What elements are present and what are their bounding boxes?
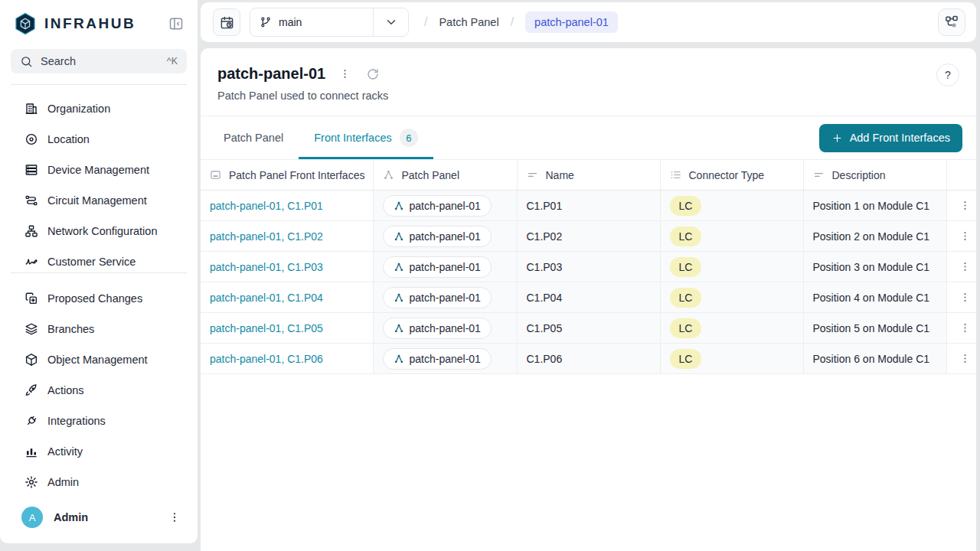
cell-description: Position 4 on Module C1	[803, 282, 946, 313]
route-icon	[24, 194, 38, 207]
connector-type-badge: LC	[670, 288, 702, 308]
sidebar-item-admin[interactable]: Admin	[0, 467, 198, 497]
cell-connector-type: LC	[660, 344, 803, 374]
table-row[interactable]: patch-panel-01, C1.P02 patch-panel-01 C1…	[201, 221, 976, 252]
kebab-menu-icon	[959, 353, 971, 364]
text-icon	[813, 169, 825, 181]
column-header-patch-panel[interactable]: Patch Panel	[373, 160, 517, 191]
sidebar-item-integrations[interactable]: Integrations	[0, 406, 198, 436]
patch-panel-chip[interactable]: patch-panel-01	[383, 318, 492, 339]
help-button[interactable]: ?	[936, 64, 959, 86]
row-menu-button[interactable]	[956, 350, 974, 367]
connector-type-badge: LC	[670, 227, 702, 246]
front-interface-link[interactable]: patch-panel-01, C1.P04	[210, 292, 323, 304]
patch-panel-chip[interactable]: patch-panel-01	[383, 287, 492, 308]
row-menu-button[interactable]	[956, 289, 974, 306]
tab-front-interfaces[interactable]: Front Interfaces 6	[299, 116, 433, 159]
topbar: main / Patch Panel / patch-panel-01	[201, 2, 976, 42]
column-label: Patch Panel	[402, 169, 460, 181]
cell-description: Position 6 on Module C1	[803, 344, 946, 374]
front-interface-link[interactable]: patch-panel-01, C1.P05	[210, 322, 323, 334]
row-menu-button[interactable]	[956, 197, 974, 214]
patch-panel-chip[interactable]: patch-panel-01	[383, 226, 492, 247]
sidebar-item-location[interactable]: Location	[0, 124, 198, 155]
cell-description: Position 3 on Module C1	[803, 252, 946, 282]
sidebar-item-branches[interactable]: Branches	[0, 314, 198, 344]
table-row[interactable]: patch-panel-01, C1.P03 patch-panel-01 C1…	[201, 252, 976, 282]
sidebar: INFRAHUB Search ^K Organization Locatio	[0, 0, 198, 543]
branch-selector[interactable]: main	[250, 8, 409, 37]
table-row[interactable]: patch-panel-01, C1.P05 patch-panel-01 C1…	[201, 313, 976, 344]
cell-connector-type: LC	[660, 252, 803, 282]
column-header-description[interactable]: Description	[803, 160, 946, 191]
front-interface-link[interactable]: patch-panel-01, C1.P06	[210, 353, 323, 365]
column-header-name[interactable]: Name	[517, 160, 660, 191]
patch-panel-chip[interactable]: patch-panel-01	[383, 348, 492, 370]
column-header-front-interfaces[interactable]: Patch Panel Front Interfaces	[201, 160, 373, 191]
collapse-sidebar-button[interactable]	[167, 15, 185, 33]
tab-patch-panel[interactable]: Patch Panel	[208, 116, 299, 159]
sidebar-item-actions[interactable]: Actions	[0, 375, 198, 406]
sidebar-item-label: Network Configuration	[47, 225, 157, 237]
sidebar-item-circuit-management[interactable]: Circuit Management	[0, 185, 198, 216]
relationship-icon	[394, 323, 404, 334]
layers-icon	[24, 322, 38, 336]
user-name: Admin	[54, 511, 88, 523]
user-menu-button[interactable]	[168, 511, 181, 523]
column-header-connector-type[interactable]: Connector Type	[660, 160, 803, 191]
patch-panel-chip-label: patch-panel-01	[410, 200, 481, 212]
search-input[interactable]: Search ^K	[11, 49, 187, 73]
kebab-menu-icon	[959, 230, 971, 242]
calendar-clock-icon	[220, 15, 234, 30]
table-row[interactable]: patch-panel-01, C1.P04 patch-panel-01 C1…	[201, 282, 976, 313]
sidebar-item-label: Organization	[47, 103, 110, 115]
relationship-icon	[394, 231, 404, 242]
breadcrumb-item-current[interactable]: patch-panel-01	[525, 11, 618, 33]
row-menu-button[interactable]	[956, 227, 974, 245]
main-area: main / Patch Panel / patch-panel-01	[198, 0, 980, 551]
patch-panel-chip[interactable]: patch-panel-01	[383, 195, 492, 217]
sidebar-item-network-configuration[interactable]: Network Configuration	[0, 216, 198, 246]
graph-nodes-icon	[944, 15, 959, 30]
sidebar-item-label: Activity	[47, 445, 83, 458]
schema-visualizer-button[interactable]	[938, 8, 965, 36]
object-actions-menu-button[interactable]	[338, 67, 352, 81]
sidebar-item-device-management[interactable]: Device Management	[0, 155, 198, 185]
list-icon	[670, 169, 681, 181]
avatar: A	[21, 507, 43, 528]
cell-actions	[946, 344, 976, 374]
table-row[interactable]: patch-panel-01, C1.P01 patch-panel-01 C1…	[201, 191, 976, 221]
text-icon	[527, 169, 538, 181]
sidebar-item-proposed-changes[interactable]: Proposed Changes	[0, 283, 198, 314]
patch-panel-chip-label: patch-panel-01	[410, 292, 481, 304]
sidebar-menu-bottom: Proposed Changes Branches Object Managem…	[0, 273, 198, 497]
sidebar-item-label: Proposed Changes	[47, 292, 142, 305]
sidebar-item-object-management[interactable]: Object Management	[0, 344, 198, 375]
add-front-interfaces-button[interactable]: Add Front Interfaces	[819, 124, 962, 152]
sidebar-item-activity[interactable]: Activity	[0, 436, 198, 467]
cell-patch-panel: patch-panel-01	[373, 221, 517, 252]
row-menu-button[interactable]	[956, 258, 974, 276]
kebab-menu-icon	[959, 200, 971, 211]
breadcrumb-item-patch-panel[interactable]: Patch Panel	[439, 16, 498, 28]
time-travel-button[interactable]	[213, 8, 240, 36]
plus-icon	[831, 132, 843, 144]
patch-panel-chip[interactable]: patch-panel-01	[383, 256, 492, 278]
rocket-icon	[24, 383, 38, 397]
sidebar-item-customer-service[interactable]: Customer Service	[0, 246, 198, 272]
front-interface-link[interactable]: patch-panel-01, C1.P02	[210, 230, 323, 243]
column-label: Connector Type	[689, 169, 765, 181]
panel-collapse-icon	[168, 16, 184, 31]
connector-type-badge: LC	[670, 318, 702, 338]
row-menu-button[interactable]	[956, 319, 974, 337]
cell-actions	[946, 191, 976, 221]
add-button-label: Add Front Interfaces	[850, 132, 950, 144]
front-interface-link[interactable]: patch-panel-01, C1.P03	[210, 261, 323, 273]
building-icon	[24, 102, 38, 116]
sidebar-item-organization[interactable]: Organization	[0, 93, 198, 124]
refresh-button[interactable]	[364, 66, 381, 83]
cell-description: Position 1 on Module C1	[803, 191, 946, 221]
front-interface-link[interactable]: patch-panel-01, C1.P01	[210, 200, 323, 212]
network-icon	[24, 224, 38, 238]
table-row[interactable]: patch-panel-01, C1.P06 patch-panel-01 C1…	[201, 344, 976, 374]
